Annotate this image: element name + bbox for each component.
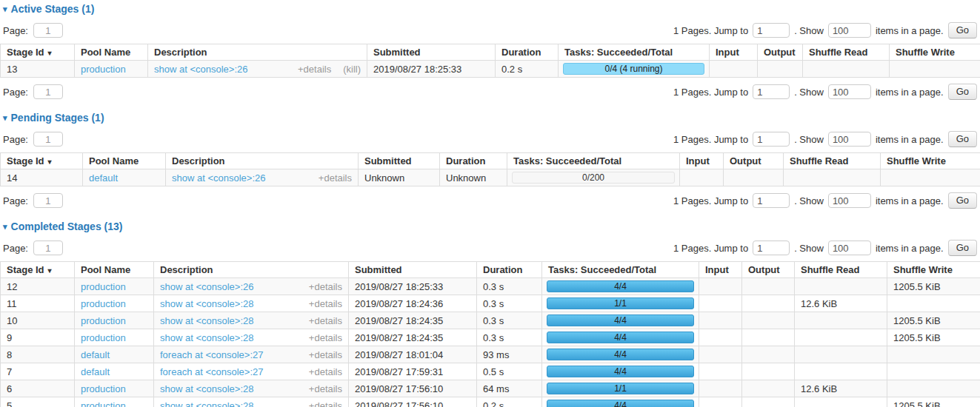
description-link[interactable]: show at <console>:28 [160, 383, 253, 394]
col-header-duration[interactable]: Duration [496, 44, 559, 61]
col-header-shuffle-read[interactable]: Shuffle Read [784, 153, 881, 169]
col-header-pool-name[interactable]: Pool Name [75, 262, 154, 278]
pool-name-link[interactable]: production [81, 298, 126, 309]
col-header-stage-id[interactable]: Stage Id▾ [1, 262, 75, 278]
description-wrap: show at <console>:26+details [160, 281, 342, 292]
page-input[interactable] [33, 193, 63, 208]
col-header-description[interactable]: Description [154, 262, 349, 278]
col-header-shuffle-write[interactable]: Shuffle Write [890, 44, 980, 61]
go-button[interactable]: Go [948, 192, 977, 209]
pool-name-link[interactable]: default [81, 366, 110, 377]
description-actions: +details(kill) [298, 64, 361, 75]
col-header-shuffle-read[interactable]: Shuffle Read [803, 44, 890, 61]
description-link[interactable]: show at <console>:28 [160, 298, 253, 309]
submitted-cell: 2019/08/27 17:59:31 [349, 363, 477, 380]
tasks-progress-bar: 0/200 [512, 172, 675, 184]
col-header-output[interactable]: Output [742, 262, 795, 278]
show-items-input[interactable] [828, 84, 871, 99]
tasks-progress-cell: 4/4 [542, 346, 699, 363]
col-header-stage-id[interactable]: Stage Id▾ [1, 153, 83, 169]
details-toggle[interactable]: +details [309, 332, 342, 343]
shuffle-read-cell [795, 397, 887, 407]
show-items-input[interactable] [828, 132, 871, 147]
show-items-input[interactable] [828, 240, 871, 255]
page-input[interactable] [33, 23, 63, 38]
col-header-stage-id[interactable]: Stage Id▾ [1, 44, 75, 61]
description-link[interactable]: show at <console>:28 [160, 332, 253, 343]
jump-to-input[interactable] [753, 84, 790, 99]
stage-id-cell: 5 [1, 397, 75, 407]
col-header-submitted[interactable]: Submitted [367, 44, 496, 61]
page-input[interactable] [33, 84, 63, 99]
kill-link[interactable]: (kill) [343, 64, 361, 75]
jump-to-input[interactable] [753, 132, 790, 147]
description-link[interactable]: show at <console>:26 [154, 64, 247, 75]
description-link[interactable]: show at <console>:26 [172, 172, 265, 184]
pool-name-link[interactable]: production [81, 383, 126, 394]
go-button[interactable]: Go [948, 131, 977, 147]
description-link[interactable]: foreach at <console>:27 [160, 349, 264, 360]
pool-name-link[interactable]: production [81, 332, 126, 343]
col-header-tasks-succeeded-total[interactable]: Tasks: Succeeded/Total [507, 153, 680, 169]
show-items-input[interactable] [828, 23, 871, 38]
jump-to-input[interactable] [753, 193, 790, 208]
details-toggle[interactable]: +details [309, 400, 342, 407]
page-input[interactable] [33, 240, 63, 255]
section-header-pending[interactable]: ▾Pending Stages (1) [3, 112, 980, 124]
table-header-row: Stage Id▾Pool NameDescriptionSubmittedDu… [1, 153, 980, 169]
details-toggle[interactable]: +details [309, 366, 342, 377]
pool-name-link[interactable]: production [81, 400, 126, 407]
pool-name-link[interactable]: production [81, 64, 126, 75]
shuffle-read-cell [803, 61, 890, 78]
pagination-bottom-active: Page:1 Pages. Jump to. Showitems in a pa… [3, 84, 977, 100]
details-toggle[interactable]: +details [309, 315, 342, 326]
details-toggle[interactable]: +details [319, 172, 352, 184]
go-button[interactable]: Go [948, 240, 977, 256]
pool-name-link[interactable]: production [81, 281, 126, 292]
details-toggle[interactable]: +details [309, 298, 342, 309]
description-wrap: show at <console>:28+details [160, 315, 342, 326]
details-toggle[interactable]: +details [298, 64, 331, 75]
col-header-input[interactable]: Input [710, 44, 758, 61]
details-toggle[interactable]: +details [309, 281, 342, 292]
submitted-cell: 2019/08/27 18:24:35 [349, 329, 477, 346]
col-header-pool-name[interactable]: Pool Name [75, 44, 148, 61]
col-header-output[interactable]: Output [758, 44, 803, 61]
col-header-pool-name[interactable]: Pool Name [83, 153, 166, 169]
col-header-duration[interactable]: Duration [477, 262, 542, 278]
pool-name-link[interactable]: default [81, 349, 110, 360]
col-header-tasks-succeeded-total[interactable]: Tasks: Succeeded/Total [542, 262, 699, 278]
col-header-shuffle-write[interactable]: Shuffle Write [887, 262, 980, 278]
details-toggle[interactable]: +details [309, 383, 342, 394]
section-header-completed[interactable]: ▾Completed Stages (13) [3, 221, 980, 232]
description-link[interactable]: show at <console>:28 [160, 400, 253, 407]
col-header-input[interactable]: Input [699, 262, 742, 278]
jump-to-input[interactable] [753, 240, 790, 255]
pages-count-text: 1 Pages. Jump to [673, 25, 748, 36]
description-link[interactable]: show at <console>:28 [160, 315, 253, 326]
section-title-text: Pending Stages (1) [11, 112, 104, 124]
col-header-description[interactable]: Description [166, 153, 359, 169]
col-header-shuffle-read[interactable]: Shuffle Read [795, 262, 887, 278]
pool-name-cell: production [75, 329, 154, 346]
go-button[interactable]: Go [948, 84, 977, 100]
col-header-shuffle-write[interactable]: Shuffle Write [881, 153, 980, 169]
description-link[interactable]: show at <console>:26 [160, 281, 253, 292]
go-button[interactable]: Go [948, 22, 977, 38]
col-header-tasks-succeeded-total[interactable]: Tasks: Succeeded/Total [559, 44, 710, 61]
col-header-description[interactable]: Description [148, 44, 367, 61]
col-header-output[interactable]: Output [724, 153, 784, 169]
col-header-submitted[interactable]: Submitted [359, 153, 440, 169]
page-input[interactable] [33, 132, 63, 147]
description-link[interactable]: foreach at <console>:27 [160, 366, 264, 377]
pool-name-link[interactable]: default [89, 172, 118, 184]
section-header-active[interactable]: ▾Active Stages (1) [3, 3, 980, 15]
jump-to-input[interactable] [753, 23, 790, 38]
items-per-page-label: items in a page. [876, 195, 944, 206]
pool-name-link[interactable]: production [81, 315, 126, 326]
details-toggle[interactable]: +details [309, 349, 342, 360]
col-header-input[interactable]: Input [680, 153, 724, 169]
col-header-submitted[interactable]: Submitted [349, 262, 477, 278]
show-items-input[interactable] [828, 193, 871, 208]
col-header-duration[interactable]: Duration [440, 153, 507, 169]
